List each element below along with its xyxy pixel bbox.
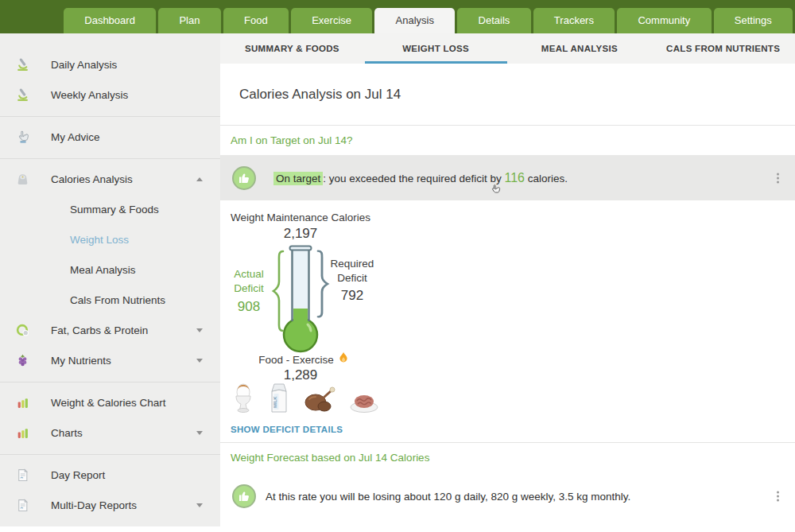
sidebar-item-my-advice[interactable]: My Advice: [0, 122, 220, 152]
sidebar-item-meal-analysis[interactable]: Meal Analysis: [0, 254, 220, 285]
sidebar-item-charts[interactable]: Charts: [0, 417, 220, 448]
collapse-arrow-icon[interactable]: [196, 177, 203, 181]
sidebar-divider: [0, 382, 220, 382]
on-target-mid-text: : you exceeded the required deficit by: [323, 173, 504, 184]
sidebar-item-label: My Advice: [51, 131, 100, 143]
target-section-header: Am I on Target on Jul 14?: [220, 126, 795, 155]
pie-chart-icon: [15, 323, 29, 337]
page-title: Calories Analysis on Jul 14: [239, 87, 401, 103]
top-navigation: Dashboard Plan Food Exercise Analysis De…: [0, 0, 795, 33]
actual-deficit-value: 908: [222, 299, 276, 315]
actual-deficit-label-line2: Deficit: [222, 282, 276, 294]
food-exercise-label: Food - Exercise: [258, 354, 334, 366]
required-deficit-label-line1: Required: [324, 258, 381, 270]
tab-dashboard[interactable]: Dashboard: [64, 8, 156, 33]
sidebar-item-label: Weight Loss: [70, 234, 129, 246]
kebab-menu-icon[interactable]: [777, 173, 779, 183]
sidebar-item-day-report[interactable]: Day Report: [0, 460, 220, 490]
sidebar-item-label: Meal Analysis: [70, 264, 136, 276]
tab-plan[interactable]: Plan: [158, 8, 221, 33]
sidebar-item-weight-loss[interactable]: Weight Loss: [0, 224, 220, 254]
required-deficit-label-line2: Deficit: [324, 272, 381, 284]
analysis-subnav: SUMMARY & FOODS WEIGHT LOSS MEAL ANALYSI…: [220, 33, 795, 64]
sidebar-divider: [0, 158, 220, 159]
on-target-highlight: On target: [273, 172, 323, 185]
grapes-icon: [15, 353, 29, 367]
sidebar-item-label: My Nutrients: [51, 355, 111, 367]
mouse-cursor-icon: [490, 184, 502, 200]
sidebar-item-label: Weekly Analysis: [51, 89, 128, 101]
subtab-weight-loss[interactable]: WEIGHT LOSS: [364, 33, 508, 64]
sidebar-item-label: Charts: [51, 427, 83, 439]
sidebar-item-summary-foods[interactable]: Summary & Foods: [0, 194, 220, 224]
tab-settings[interactable]: Settings: [714, 8, 793, 33]
sidebar-item-fat-carbs-protein[interactable]: Fat, Carbs & Protein: [0, 315, 220, 345]
sidebar-item-label: Daily Analysis: [51, 59, 117, 71]
maintenance-calories-value: 2,197: [220, 226, 381, 242]
thumbs-up-icon: [232, 484, 256, 508]
required-deficit-value: 792: [324, 288, 381, 304]
kebab-menu-icon[interactable]: [777, 491, 779, 502]
on-target-end-text: calories.: [525, 173, 568, 184]
tab-analysis[interactable]: Analysis: [374, 8, 455, 33]
sidebar-item-calories-analysis[interactable]: Calories Analysis: [0, 164, 220, 194]
roast-meat-icon: [303, 385, 336, 414]
forecast-section-header: Weight Forecast based on Jul 14 Calories: [220, 443, 795, 472]
microscope-icon: [15, 87, 29, 102]
milk-carton-icon: MILK: [268, 382, 290, 414]
sidebar-item-label: Fat, Carbs & Protein: [51, 324, 148, 336]
on-target-banner: On target: you exceeded the required def…: [220, 155, 795, 200]
tab-food[interactable]: Food: [223, 8, 289, 33]
svg-text:MILK: MILK: [273, 396, 277, 408]
sidebar-item-weight-calories-chart[interactable]: Weight & Calories Chart: [0, 387, 220, 417]
tab-exercise[interactable]: Exercise: [291, 8, 372, 33]
show-deficit-details-link[interactable]: SHOW DEFICIT DETAILS: [231, 425, 343, 434]
microscope-icon: [15, 57, 29, 72]
document-icon: [15, 498, 29, 512]
deficit-diagram: Weight Maintenance Calories 2,197: [220, 200, 795, 417]
expand-arrow-icon[interactable]: [196, 431, 203, 435]
tab-community[interactable]: Community: [617, 8, 711, 33]
thumbs-up-icon: [232, 166, 256, 190]
weight-forecast-row: At this rate you will be losing about 12…: [220, 472, 795, 520]
food-icons-row: MILK: [231, 382, 379, 414]
pointing-hand-icon: [15, 130, 29, 144]
sidebar-item-multi-day-reports[interactable]: Multi-Day Reports: [0, 490, 220, 520]
sidebar-item-weekly-analysis[interactable]: Weekly Analysis: [0, 80, 220, 110]
tab-trackers[interactable]: Trackers: [533, 8, 615, 33]
egg-in-cup-icon: [231, 382, 255, 414]
forecast-message: At this rate you will be losing about 12…: [266, 491, 630, 503]
bar-chart-icon: [15, 425, 29, 440]
sidebar: Daily Analysis Weekly Analysis My Advice…: [0, 33, 220, 532]
sidebar-item-label: Summary & Foods: [70, 204, 159, 216]
sidebar-item-my-nutrients[interactable]: My Nutrients: [0, 345, 220, 375]
sidebar-divider: [0, 116, 220, 117]
expand-arrow-icon[interactable]: [196, 503, 203, 507]
sidebar-item-label: Day Report: [51, 469, 105, 481]
scale-icon: [15, 172, 29, 186]
sidebar-divider: [0, 454, 220, 455]
maintenance-calories-label: Weight Maintenance Calories: [220, 212, 381, 223]
on-target-message: On target: you exceeded the required def…: [273, 171, 568, 185]
expand-arrow-icon[interactable]: [196, 359, 203, 363]
subtab-meal-analysis[interactable]: MEAL ANALYSIS: [508, 33, 652, 64]
sidebar-item-label: Weight & Calories Chart: [51, 397, 166, 409]
sidebar-item-label: Cals From Nutrients: [70, 294, 165, 306]
sidebar-item-label: Calories Analysis: [51, 173, 133, 185]
food-exercise-value: 1,289: [220, 367, 381, 383]
bar-chart-icon: [15, 395, 29, 410]
mince-plate-icon: [349, 388, 379, 414]
deficit-exceeded-value[interactable]: 116: [504, 171, 525, 184]
actual-deficit-label-line1: Actual: [222, 268, 276, 280]
subtab-cals-from-nutrients[interactable]: CALS FROM NUTRIENTS: [651, 33, 795, 64]
tab-details[interactable]: Details: [457, 8, 530, 33]
subtab-summary-foods[interactable]: SUMMARY & FOODS: [220, 33, 364, 64]
content-area: Calories Analysis on Jul 14 Am I on Targ…: [220, 64, 795, 532]
document-icon: [15, 468, 29, 482]
sidebar-item-cals-from-nutrients[interactable]: Cals From Nutrients: [0, 285, 220, 315]
expand-arrow-icon[interactable]: [196, 328, 203, 332]
sidebar-item-label: Multi-Day Reports: [51, 499, 137, 511]
sidebar-item-daily-analysis[interactable]: Daily Analysis: [0, 49, 220, 80]
flame-icon: [338, 351, 349, 367]
